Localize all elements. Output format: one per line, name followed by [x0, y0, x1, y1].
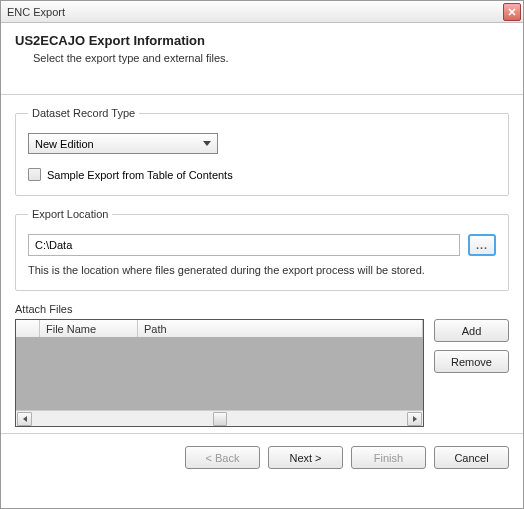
next-button[interactable]: Next >	[268, 446, 343, 469]
sample-export-row: Sample Export from Table of Contents	[28, 168, 496, 181]
browse-button[interactable]: ...	[468, 234, 496, 256]
dataset-record-type-group: Dataset Record Type New Edition Sample E…	[15, 107, 509, 196]
back-button[interactable]: < Back	[185, 446, 260, 469]
sample-export-label: Sample Export from Table of Contents	[47, 169, 233, 181]
grid-col-path[interactable]: Path	[138, 320, 423, 337]
dataset-legend: Dataset Record Type	[28, 107, 139, 119]
scroll-left-button[interactable]	[17, 412, 32, 426]
scroll-track[interactable]	[33, 412, 406, 426]
sample-export-checkbox[interactable]	[28, 168, 41, 181]
chevron-right-icon	[412, 416, 418, 422]
attach-files-label: Attach Files	[15, 303, 509, 315]
chevron-down-icon	[199, 135, 215, 152]
grid-horizontal-scrollbar[interactable]	[16, 410, 423, 426]
export-path-input[interactable]	[28, 234, 460, 256]
dataset-type-select[interactable]: New Edition	[28, 133, 218, 154]
attach-files-grid[interactable]: File Name Path	[15, 319, 424, 427]
export-location-legend: Export Location	[28, 208, 112, 220]
page-subtitle: Select the export type and external file…	[15, 52, 509, 64]
window-title: ENC Export	[7, 6, 65, 18]
finish-button[interactable]: Finish	[351, 446, 426, 469]
remove-button[interactable]: Remove	[434, 350, 509, 373]
grid-col-filename[interactable]: File Name	[40, 320, 138, 337]
page-title: US2ECAJO Export Information	[15, 33, 509, 48]
export-location-group: Export Location ... This is the location…	[15, 208, 509, 291]
wizard-footer: < Back Next > Finish Cancel	[1, 433, 523, 481]
scroll-thumb[interactable]	[213, 412, 227, 426]
titlebar: ENC Export	[1, 1, 523, 23]
grid-col-selector[interactable]	[16, 320, 40, 337]
chevron-left-icon	[22, 416, 28, 422]
export-location-help: This is the location where files generat…	[28, 264, 496, 276]
grid-header: File Name Path	[16, 320, 423, 338]
grid-body[interactable]	[16, 338, 423, 410]
wizard-body: Dataset Record Type New Edition Sample E…	[1, 95, 523, 433]
close-button[interactable]	[503, 3, 521, 21]
close-icon	[508, 8, 516, 16]
wizard-header: US2ECAJO Export Information Select the e…	[1, 23, 523, 95]
add-button[interactable]: Add	[434, 319, 509, 342]
cancel-button[interactable]: Cancel	[434, 446, 509, 469]
scroll-right-button[interactable]	[407, 412, 422, 426]
dataset-type-value: New Edition	[35, 138, 94, 150]
